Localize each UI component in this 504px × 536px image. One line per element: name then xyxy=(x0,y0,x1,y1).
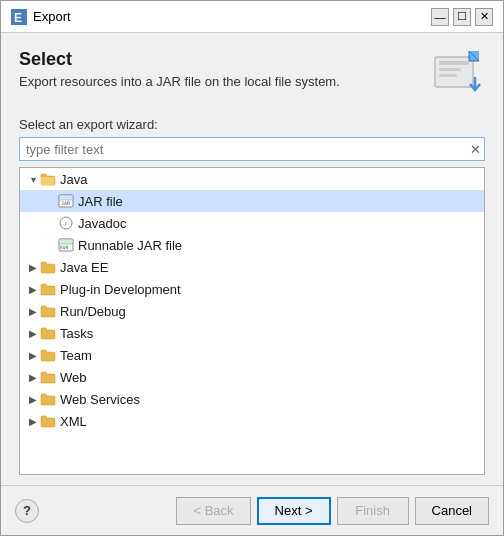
folder-closed-icon-plugin xyxy=(40,281,56,297)
xml-label: XML xyxy=(60,414,87,429)
folder-closed-icon-team xyxy=(40,347,56,363)
team-label: Team xyxy=(60,348,92,363)
header-row: Select Export resources into a JAR file … xyxy=(19,49,485,103)
button-group: < Back Next > Finish Cancel xyxy=(176,497,489,525)
plugin-dev-label: Plug-in Development xyxy=(60,282,181,297)
folder-closed-icon-web xyxy=(40,369,56,385)
jar-file-icon: JAR xyxy=(58,193,74,209)
javadoc-icon: J xyxy=(58,215,74,231)
svg-rect-16 xyxy=(59,239,73,244)
window-title: Export xyxy=(33,9,71,24)
tree-item-runnable-jar[interactable]: ▶ RUN Runnable JAR file xyxy=(20,234,484,256)
runnable-jar-icon: RUN xyxy=(58,237,74,253)
minimize-button[interactable]: — xyxy=(431,8,449,26)
folder-closed-icon-tasks xyxy=(40,325,56,341)
tree-item-java[interactable]: ▾ Java xyxy=(20,168,484,190)
wizard-label: Select an export wizard: xyxy=(19,117,485,132)
chevron-team: ▶ xyxy=(26,348,40,362)
maximize-button[interactable]: ☐ xyxy=(453,8,471,26)
back-button[interactable]: < Back xyxy=(176,497,250,525)
header-text: Select Export resources into a JAR file … xyxy=(19,49,340,103)
bottom-bar: ? < Back Next > Finish Cancel xyxy=(1,485,503,535)
tree-item-jar-file[interactable]: ▶ JAR JAR file xyxy=(20,190,484,212)
folder-closed-icon-java-ee xyxy=(40,259,56,275)
dialog-description: Export resources into a JAR file on the … xyxy=(19,74,340,89)
tree-container[interactable]: ▾ Java ▶ JAR xyxy=(19,167,485,475)
title-bar-controls: — ☐ ✕ xyxy=(431,8,493,26)
export-window: E Export — ☐ ✕ Select Export resources i… xyxy=(0,0,504,536)
svg-rect-4 xyxy=(439,68,461,71)
run-debug-label: Run/Debug xyxy=(60,304,126,319)
title-bar-left: E Export xyxy=(11,9,71,25)
tree-item-java-ee[interactable]: ▶ Java EE xyxy=(20,256,484,278)
chevron-web-services: ▶ xyxy=(26,392,40,406)
folder-open-icon xyxy=(40,171,56,187)
chevron-java-ee: ▶ xyxy=(26,260,40,274)
dialog-title: Select xyxy=(19,49,340,70)
chevron-java: ▾ xyxy=(26,172,40,186)
chevron-tasks: ▶ xyxy=(26,326,40,340)
jar-file-label: JAR file xyxy=(78,194,123,209)
tree-item-web-services[interactable]: ▶ Web Services xyxy=(20,388,484,410)
runnable-jar-label: Runnable JAR file xyxy=(78,238,182,253)
tree-item-javadoc[interactable]: ▶ J Javadoc xyxy=(20,212,484,234)
svg-text:JAR: JAR xyxy=(61,200,71,206)
filter-input[interactable] xyxy=(19,137,485,161)
help-button[interactable]: ? xyxy=(15,499,39,523)
chevron-plugin-dev: ▶ xyxy=(26,282,40,296)
chevron-web: ▶ xyxy=(26,370,40,384)
javadoc-label: Javadoc xyxy=(78,216,126,231)
folder-closed-icon-web-services xyxy=(40,391,56,407)
web-label: Web xyxy=(60,370,87,385)
chevron-run-debug: ▶ xyxy=(26,304,40,318)
tasks-label: Tasks xyxy=(60,326,93,341)
tree-item-run-debug[interactable]: ▶ Run/Debug xyxy=(20,300,484,322)
tree-item-plugin-dev[interactable]: ▶ Plug-in Development xyxy=(20,278,484,300)
filter-clear-icon[interactable]: ✕ xyxy=(470,142,481,157)
cancel-button[interactable]: Cancel xyxy=(415,497,489,525)
svg-text:RUN: RUN xyxy=(60,245,68,250)
export-title-icon: E xyxy=(11,9,27,25)
tree-item-tasks[interactable]: ▶ Tasks xyxy=(20,322,484,344)
java-label: Java xyxy=(60,172,87,187)
svg-text:E: E xyxy=(14,11,22,25)
finish-button[interactable]: Finish xyxy=(337,497,409,525)
web-services-label: Web Services xyxy=(60,392,140,407)
svg-rect-3 xyxy=(439,61,469,65)
tree-item-web[interactable]: ▶ Web xyxy=(20,366,484,388)
close-button[interactable]: ✕ xyxy=(475,8,493,26)
java-ee-label: Java EE xyxy=(60,260,108,275)
next-button[interactable]: Next > xyxy=(257,497,331,525)
title-bar: E Export — ☐ ✕ xyxy=(1,1,503,33)
chevron-xml: ▶ xyxy=(26,414,40,428)
dialog-content: Select Export resources into a JAR file … xyxy=(1,33,503,485)
folder-closed-icon-xml xyxy=(40,413,56,429)
tree-item-team[interactable]: ▶ Team xyxy=(20,344,484,366)
export-decorative-icon xyxy=(433,49,485,95)
svg-rect-5 xyxy=(439,74,457,77)
filter-wrapper: ✕ xyxy=(19,137,485,161)
folder-closed-icon-run-debug xyxy=(40,303,56,319)
tree-item-xml[interactable]: ▶ XML xyxy=(20,410,484,432)
